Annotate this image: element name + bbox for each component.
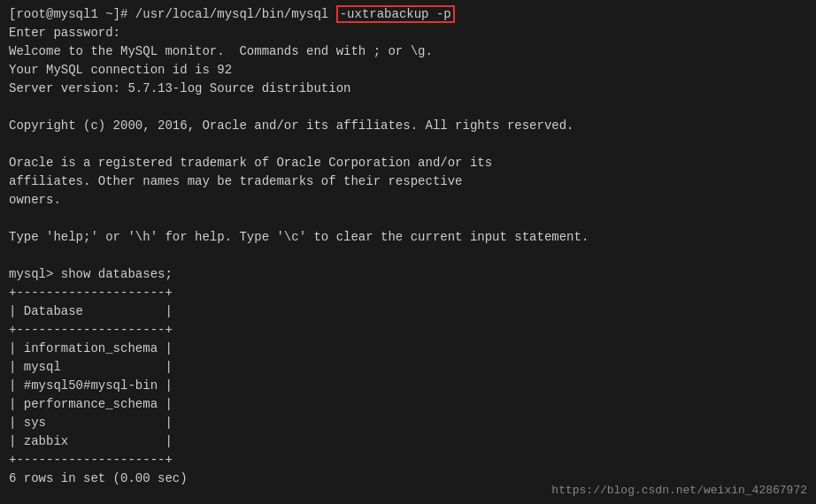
terminal-line: affiliates. Other names may be trademark…	[9, 172, 807, 191]
terminal-line: | performance_schema |	[9, 395, 807, 414]
terminal-line: | #mysql50#mysql-bin |	[9, 377, 807, 395]
blank-line	[9, 135, 807, 154]
terminal-line: | zabbix |	[9, 432, 807, 451]
terminal-line: Enter password:	[9, 24, 807, 42]
terminal-line: +--------------------+	[9, 321, 807, 340]
blank-line	[9, 247, 807, 265]
blank-line	[9, 210, 807, 228]
watermark: https://blog.csdn.net/weixin_42867972	[551, 484, 807, 497]
terminal: [root@mysql1 ~]# /usr/local/mysql/bin/my…	[0, 0, 816, 504]
terminal-line: +--------------------+	[9, 451, 807, 470]
command-line: [root@mysql1 ~]# /usr/local/mysql/bin/my…	[9, 5, 807, 24]
terminal-line: Your MySQL connection id is 92	[9, 61, 807, 80]
terminal-line: | mysql |	[9, 358, 807, 377]
terminal-line: | Database |	[9, 302, 807, 321]
terminal-line: | sys |	[9, 414, 807, 432]
terminal-line: +--------------------+	[9, 284, 807, 302]
terminal-line: Type 'help;' or '\h' for help. Type '\c'…	[9, 228, 807, 247]
terminal-line: | information_schema |	[9, 340, 807, 358]
terminal-line: Copyright (c) 2000, 2016, Oracle and/or …	[9, 117, 807, 135]
blank-line	[9, 98, 807, 117]
terminal-line: Welcome to the MySQL monitor. Commands e…	[9, 42, 807, 61]
terminal-line: owners.	[9, 191, 807, 210]
terminal-line: Server version: 5.7.13-log Source distri…	[9, 80, 807, 98]
terminal-line: Oracle is a registered trademark of Orac…	[9, 154, 807, 172]
highlighted-command: -uxtrabackup -p	[336, 5, 455, 23]
command-prefix: [root@mysql1 ~]# /usr/local/mysql/bin/my…	[9, 7, 336, 21]
terminal-line: mysql> show databases;	[9, 265, 807, 284]
